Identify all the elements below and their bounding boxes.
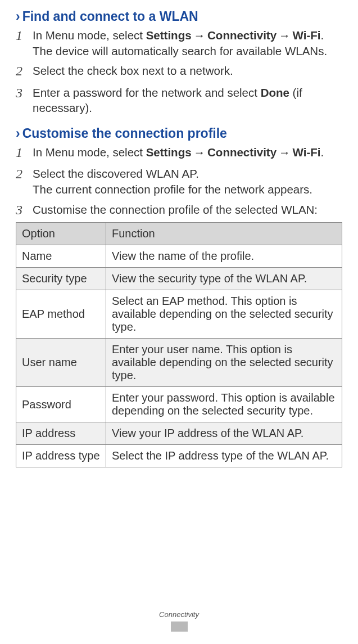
section-heading-find-connect: ›Find and connect to a WLAN (16, 9, 342, 24)
cell-function: View your IP address of the WLAN AP. (106, 422, 342, 445)
step-number: 3 (16, 84, 33, 102)
text-line2: The current connection profile for the n… (33, 183, 312, 196)
table-row: Password Enter your password. This optio… (16, 387, 342, 422)
step-body: Enter a password for the network and sel… (33, 84, 342, 116)
arrow-icon: → (194, 29, 206, 42)
cell-function: View the security type of the WLAN AP. (106, 268, 342, 290)
step-1-1: 1 In Menu mode, select Settings→Connecti… (16, 26, 342, 58)
cell-function: Enter your password. This option is avai… (106, 387, 342, 422)
table-row: User name Enter your user name. This opt… (16, 339, 342, 387)
footer-label: Connectivity (0, 610, 358, 619)
arrow-icon: → (279, 29, 291, 42)
text: Enter a password for the network and sel… (33, 86, 261, 99)
path-settings: Settings (146, 29, 192, 42)
path-connectivity: Connectivity (207, 29, 277, 42)
table-row: Name View the name of the profile. (16, 245, 342, 268)
path-connectivity: Connectivity (207, 146, 277, 159)
done-label: Done (261, 86, 289, 99)
step-body: Select the discovered WLAN AP. The curre… (33, 165, 342, 197)
cell-option: IP address type (16, 445, 106, 467)
path-wifi: Wi-Fi (293, 29, 321, 42)
table-row: IP address type Select the IP address ty… (16, 445, 342, 467)
cell-option: User name (16, 339, 106, 387)
chevron-icon: › (16, 126, 20, 141)
connection-profile-table: Option Function Name View the name of th… (16, 222, 342, 467)
cell-option: EAP method (16, 290, 106, 339)
cell-option: Name (16, 245, 106, 268)
step-2-2: 2 Select the discovered WLAN AP. The cur… (16, 165, 342, 197)
step-body: In Menu mode, select Settings→Connectivi… (33, 26, 342, 58)
arrow-icon: → (194, 146, 206, 159)
cell-function: Select the IP address type of the WLAN A… (106, 445, 342, 467)
page-footer: Connectivity (0, 610, 358, 632)
step-2-3: 3 Customise the connection profile of th… (16, 201, 342, 219)
step-number: 2 (16, 165, 33, 183)
step-number: 1 (16, 143, 33, 161)
heading-text: Customise the connection profile (22, 126, 227, 141)
arrow-icon: → (279, 146, 291, 159)
cell-option: Security type (16, 268, 106, 290)
step-number: 3 (16, 201, 33, 219)
step-number: 2 (16, 62, 33, 80)
step-body: Customise the connection profile of the … (33, 201, 342, 218)
step-2-1: 1 In Menu mode, select Settings→Connecti… (16, 143, 342, 161)
text: . (321, 146, 324, 159)
step-1-3: 3 Enter a password for the network and s… (16, 84, 342, 116)
footer-page-bar (171, 622, 188, 632)
path-wifi: Wi-Fi (293, 146, 321, 159)
path-settings: Settings (146, 146, 192, 159)
cell-option: IP address (16, 422, 106, 445)
step-1-2: 2 Select the check box next to a network… (16, 62, 342, 80)
heading-text: Find and connect to a WLAN (22, 9, 198, 24)
step-number: 1 (16, 26, 33, 44)
table-row: IP address View your IP address of the W… (16, 422, 342, 445)
text: In Menu mode, select (33, 146, 146, 159)
table-row: EAP method Select an EAP method. This op… (16, 290, 342, 339)
table-row: Security type View the security type of … (16, 268, 342, 290)
cell-function: Enter your user name. This option is ava… (106, 339, 342, 387)
step-body: In Menu mode, select Settings→Connectivi… (33, 143, 342, 160)
header-option: Option (16, 223, 106, 245)
table-header-row: Option Function (16, 223, 342, 245)
cell-option: Password (16, 387, 106, 422)
cell-function: View the name of the profile. (106, 245, 342, 268)
header-function: Function (106, 223, 342, 245)
text-line1: Select the discovered WLAN AP. (33, 167, 199, 180)
section-heading-customise: ›Customise the connection profile (16, 126, 342, 141)
chevron-icon: › (16, 9, 20, 24)
cell-function: Select an EAP method. This option is ava… (106, 290, 342, 339)
text: In Menu mode, select (33, 29, 146, 42)
step-body: Select the check box next to a network. (33, 62, 342, 79)
